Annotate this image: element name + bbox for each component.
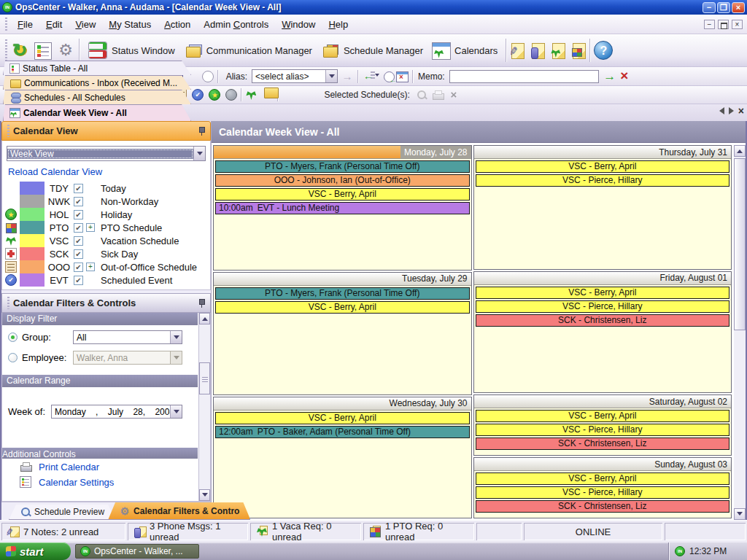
- toolbar-grip[interactable]: [4, 39, 8, 62]
- memo-clear-icon[interactable]: [618, 70, 631, 83]
- legend-checkbox-vsc[interactable]: [74, 236, 83, 246]
- expand-button[interactable]: +: [86, 223, 95, 232]
- legend-checkbox-sck[interactable]: [74, 249, 83, 259]
- mdi-close-button[interactable]: ×: [732, 20, 743, 29]
- alias-select[interactable]: <select alias>: [252, 69, 338, 83]
- tray-status-icon[interactable]: IN: [675, 546, 685, 556]
- toolbar-button-calendars[interactable]: Calendars: [427, 39, 502, 63]
- event-vsc-berry-april[interactable]: VSC - Berry, April: [476, 410, 730, 422]
- toolbar-button-schedule-manager[interactable]: Schedule Manager: [317, 38, 427, 63]
- event-vsc-berry-april[interactable]: VSC - Berry, April: [215, 412, 470, 424]
- mini-calendar-icon[interactable]: [395, 70, 409, 83]
- tab-close-icon[interactable]: ×: [738, 106, 744, 115]
- event-vsc-pierce-hillary[interactable]: VSC - Pierce, Hillary: [476, 486, 730, 499]
- chevron-down-icon[interactable]: [193, 147, 205, 160]
- sync-icon[interactable]: [11, 41, 30, 60]
- scrollbar-thumb[interactable]: [199, 362, 210, 394]
- link-calendar-settings[interactable]: Calendar Settings: [2, 474, 198, 489]
- gear-icon[interactable]: [56, 41, 75, 60]
- event-pto-baker-adam-personal-time-off[interactable]: 12:00am PTO - Baker, Adam (Personal Time…: [215, 426, 470, 438]
- menu-item-view[interactable]: View: [69, 17, 102, 32]
- link-print-calendar[interactable]: Print Calendar: [2, 459, 198, 474]
- menu-item-window[interactable]: Window: [275, 17, 322, 32]
- event-ooo-johnson-ian-out-of-office[interactable]: OOO - Johnson, Ian (Out-of-Office): [215, 174, 470, 187]
- event-pto-myers-frank-personal-time-off[interactable]: PTO - Myers, Frank (Personal Time Off): [215, 160, 470, 173]
- event-sck-christensen-liz[interactable]: SCK - Christensen, Liz: [476, 438, 730, 450]
- event-pto-myers-frank-personal-time-off[interactable]: PTO - Myers, Frank (Personal Time Off): [215, 287, 470, 300]
- employee-radio[interactable]: [8, 353, 18, 362]
- sidebar-scrollbar[interactable]: [198, 313, 210, 501]
- tab-calendar-week-view-all[interactable]: Calendar Week View - All: [3, 104, 191, 121]
- event-vsc-pierce-hillary[interactable]: VSC - Pierce, Hillary: [476, 174, 730, 187]
- taskbar-window-button[interactable]: IN OpsCenter - Walker, ...: [75, 544, 199, 559]
- scroll-up-icon[interactable]: [199, 313, 210, 324]
- mdi-minimize-button[interactable]: −: [704, 20, 715, 29]
- menu-item-admin-controls[interactable]: Admin Controls: [197, 17, 275, 32]
- calendar-scrollbar[interactable]: [734, 145, 746, 520]
- menu-item-file[interactable]: File: [11, 17, 39, 32]
- memo-input[interactable]: [449, 70, 599, 83]
- available-status-icon[interactable]: [202, 71, 214, 82]
- legend-checkbox-nwk[interactable]: [74, 197, 83, 206]
- menu-item-help[interactable]: Help: [322, 17, 355, 32]
- mdi-restore-button[interactable]: [718, 20, 729, 29]
- legend-checkbox-ooo[interactable]: [74, 262, 83, 272]
- scroll-up-icon[interactable]: [734, 145, 746, 157]
- tab-schedules-all-schedules[interactable]: Schedules - All Schedules: [3, 90, 191, 104]
- alias-go-icon[interactable]: [341, 70, 354, 83]
- help-icon[interactable]: [594, 41, 613, 60]
- scroll-down-icon[interactable]: [199, 489, 210, 501]
- view-select[interactable]: Week View: [7, 146, 206, 161]
- toolbar-button-status-window[interactable]: Status Window: [83, 38, 179, 63]
- menu-item-my-status[interactable]: My Status: [102, 17, 158, 32]
- note-grid-icon[interactable]: [571, 42, 586, 59]
- event-vsc-berry-april[interactable]: VSC - Berry, April: [476, 472, 730, 485]
- chevron-down-icon[interactable]: [170, 331, 182, 343]
- toolbar-button-communication-manager[interactable]: Communication Manager: [179, 38, 317, 63]
- tab-communications-inbox-received-m[interactable]: Communications - Inbox (Received M...: [3, 75, 191, 90]
- tab-scroll-right-icon[interactable]: [729, 107, 734, 114]
- event-vsc-berry-april[interactable]: VSC - Berry, April: [476, 160, 730, 173]
- legend-checkbox-hol[interactable]: [74, 210, 83, 219]
- restore-button[interactable]: ❐: [717, 2, 730, 13]
- set-status-icon[interactable]: [362, 70, 375, 83]
- chevron-down-icon[interactable]: [325, 70, 337, 82]
- legend-checkbox-tdy[interactable]: [74, 184, 83, 193]
- note-palm-icon[interactable]: [551, 42, 565, 59]
- start-button[interactable]: start: [0, 542, 71, 560]
- clock-icon[interactable]: [382, 70, 395, 83]
- memo-send-icon[interactable]: [603, 70, 616, 83]
- event-vsc-pierce-hillary[interactable]: VSC - Pierce, Hillary: [476, 300, 730, 313]
- reload-calendar-link[interactable]: Reload Calendar View: [5, 164, 207, 182]
- pin-icon[interactable]: [197, 298, 206, 308]
- chevron-down-icon[interactable]: [375, 73, 382, 80]
- scrollbar-thumb[interactable]: [734, 158, 746, 330]
- minimize-button[interactable]: −: [703, 2, 716, 13]
- tab-status-table-all[interactable]: Status Table - All: [3, 61, 191, 75]
- event-sck-christensen-liz[interactable]: SCK - Christensen, Liz: [476, 314, 730, 327]
- group-radio[interactable]: [8, 332, 18, 342]
- event-vsc-pierce-hillary[interactable]: VSC - Pierce, Hillary: [476, 424, 730, 436]
- sidebar-tab-schedule-preview[interactable]: Schedule Preview: [9, 505, 115, 520]
- legend-checkbox-pto[interactable]: [74, 223, 83, 233]
- scroll-down-icon[interactable]: [734, 508, 746, 520]
- schedule-folder-icon[interactable]: [262, 89, 274, 101]
- legend-checkbox-evt[interactable]: [74, 276, 83, 285]
- toolbar-grip[interactable]: [4, 18, 8, 31]
- event-vsc-berry-april[interactable]: VSC - Berry, April: [476, 287, 730, 299]
- note-pen-icon[interactable]: [510, 42, 525, 59]
- status-list-icon[interactable]: [34, 42, 52, 60]
- menu-item-action[interactable]: Action: [158, 17, 197, 32]
- event-vsc-berry-april[interactable]: VSC - Berry, April: [215, 188, 470, 201]
- chevron-down-icon[interactable]: [170, 405, 182, 418]
- schedule-palm-icon[interactable]: [245, 89, 257, 101]
- event-vsc-berry-april[interactable]: VSC - Berry, April: [215, 301, 470, 314]
- event-sck-christensen-liz[interactable]: SCK - Christensen, Liz: [476, 500, 730, 513]
- tab-scroll-left-icon[interactable]: [719, 107, 724, 114]
- week-of-select[interactable]: Monday , July 28, 2008: [51, 405, 182, 419]
- expand-button[interactable]: +: [86, 262, 95, 271]
- add-holiday-icon[interactable]: [209, 89, 220, 101]
- group-select[interactable]: All: [73, 330, 182, 344]
- pin-icon[interactable]: [197, 126, 206, 136]
- sidebar-tab-calendar-filters-contro[interactable]: Calendar Filters & Contro: [108, 502, 250, 520]
